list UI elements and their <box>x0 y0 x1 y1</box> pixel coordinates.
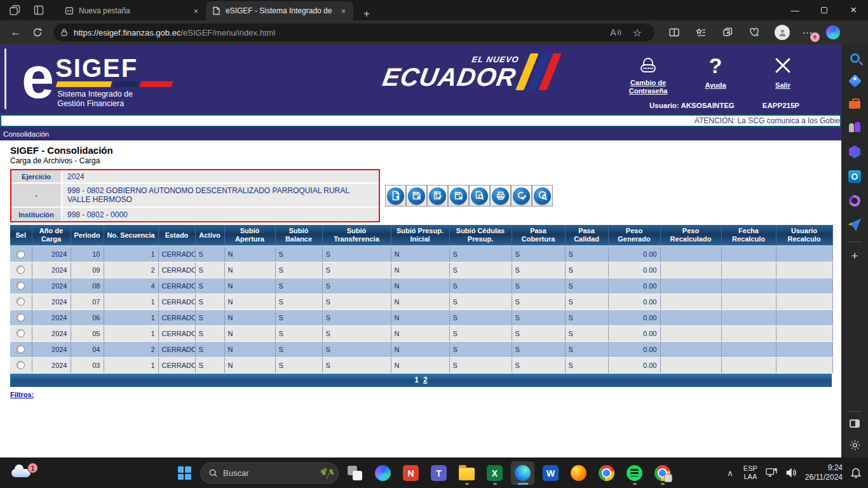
table-cell: S <box>322 357 391 373</box>
table-cell: S <box>565 262 608 278</box>
new-tab-button[interactable]: + <box>360 8 374 20</box>
minimize-button[interactable]: — <box>780 0 810 20</box>
read-aloud-icon[interactable]: A <box>605 23 627 42</box>
table-cell: N <box>391 325 449 341</box>
taskbar-firefox-icon[interactable] <box>567 461 590 485</box>
toolbox-icon[interactable] <box>849 101 860 109</box>
menu-item-consolidacion[interactable]: Consolidación <box>3 130 49 138</box>
taskbar-center: Buscar NTXW <box>173 461 674 485</box>
nuevo-ecuador-logo: EL NUEVO ECUADOR <box>384 53 554 90</box>
taskbar-word-icon[interactable]: W <box>539 461 562 485</box>
settings-gear-icon[interactable] <box>849 439 861 451</box>
network-icon[interactable] <box>765 467 778 478</box>
help-button[interactable]: ? Ayuda <box>691 52 740 96</box>
table-cell: CERRADO <box>158 341 195 357</box>
table-cell: S <box>512 294 565 309</box>
main-content: SIGEF - Consolidación Carga de Archivos … <box>0 140 841 458</box>
taskbar-copilot-icon[interactable] <box>371 461 395 485</box>
row-select-radio[interactable] <box>17 345 25 353</box>
delete-record-button[interactable] <box>448 185 469 207</box>
tab-close-icon[interactable]: × <box>338 6 348 16</box>
microsoft-365-icon[interactable] <box>848 146 861 158</box>
taskbar-chrome-icon[interactable] <box>595 461 618 485</box>
table-cell: S <box>449 309 512 325</box>
taskbar-search[interactable]: Buscar <box>200 463 339 484</box>
change-password-button[interactable]: Cambio deContraseña <box>624 52 672 96</box>
taskbar-teams-icon[interactable]: T <box>427 461 451 485</box>
table-cell <box>721 246 776 262</box>
favorites-list-icon[interactable] <box>690 23 712 42</box>
collections-icon[interactable] <box>717 23 738 42</box>
url-bar[interactable]: https://esigef.finanzas.gob.ec/eSIGEF/me… <box>53 24 654 41</box>
view-record-button[interactable] <box>469 185 490 207</box>
sidebar-panel-icon[interactable] <box>850 419 860 428</box>
search-highlight-plant-icon[interactable] <box>318 466 335 481</box>
outlook-icon[interactable] <box>848 170 861 183</box>
table-cell: 2024 <box>32 357 71 373</box>
tray-chevron-up-icon[interactable]: ∧ <box>724 468 736 478</box>
save-record-button[interactable] <box>406 185 427 207</box>
table-cell <box>660 294 721 309</box>
table-cell: 0.00 <box>608 341 660 357</box>
new-record-button[interactable] <box>385 185 406 207</box>
browser-essentials-icon[interactable] <box>743 23 765 42</box>
row-select-radio[interactable] <box>17 266 25 274</box>
taskbar-nitro-pdf-icon[interactable]: N <box>399 461 423 485</box>
approve-record-button[interactable] <box>511 185 532 207</box>
logo-sigef-text: SIGEF <box>55 56 172 80</box>
row-select-radio[interactable] <box>17 361 25 369</box>
validate-record-button[interactable] <box>427 185 448 207</box>
table-cell: 2024 <box>32 278 71 294</box>
language-indicator[interactable]: ESPLAA <box>743 464 757 481</box>
reload-records-button[interactable] <box>532 185 553 207</box>
table-cell: CERRADO <box>158 294 195 309</box>
start-button[interactable] <box>173 462 196 485</box>
taskbar-file-explorer-icon[interactable] <box>455 461 478 485</box>
volume-icon[interactable] <box>785 467 797 478</box>
taskbar-excel-icon[interactable]: X <box>483 461 506 485</box>
select-cell <box>10 309 32 325</box>
tab-esigef[interactable]: eSIGEF - Sistema Integrado de G × <box>206 1 353 20</box>
logout-button[interactable]: Salir <box>759 52 807 96</box>
tab-close-icon[interactable]: × <box>191 6 201 16</box>
print-record-button[interactable] <box>490 185 511 207</box>
taskbar-edge-icon[interactable] <box>511 461 534 485</box>
table-cell: S <box>449 278 512 294</box>
workspaces-icon[interactable] <box>9 4 20 16</box>
split-screen-icon[interactable] <box>663 23 685 42</box>
filters-link[interactable]: Filtros: <box>10 391 34 398</box>
back-button[interactable]: ← <box>5 23 27 42</box>
row-select-radio[interactable] <box>17 313 25 322</box>
close-window-button[interactable]: × <box>839 0 868 20</box>
taskbar-spotify-icon[interactable] <box>623 461 646 485</box>
search-icon[interactable] <box>850 53 860 63</box>
row-select-radio[interactable] <box>17 297 25 306</box>
notification-bell-icon[interactable] <box>850 467 862 479</box>
profile-avatar[interactable] <box>771 23 793 42</box>
clock[interactable]: 9:2426/11/2024 <box>805 463 843 482</box>
loop-icon[interactable] <box>847 193 862 208</box>
more-menu-icon[interactable]: ⋯ <box>797 23 818 42</box>
tray-time: 9:24 <box>828 463 843 472</box>
maximize-button[interactable] <box>810 0 839 20</box>
copilot-icon[interactable] <box>822 23 844 42</box>
page-link-2[interactable]: 2 <box>423 376 428 384</box>
games-icon[interactable] <box>848 121 861 133</box>
form-label-entidad: - <box>11 184 62 207</box>
shopping-icon[interactable] <box>848 74 861 88</box>
taskbar-chrome-profile-icon[interactable] <box>651 461 674 485</box>
refresh-button[interactable] <box>27 23 48 42</box>
row-select-radio[interactable] <box>17 250 25 259</box>
drop-icon[interactable] <box>848 219 861 231</box>
tab-nueva-pestana[interactable]: Nueva pestaña × <box>58 1 206 20</box>
favorite-star-icon[interactable]: ☆ <box>627 23 648 42</box>
weather-widget[interactable]: 1 <box>10 464 38 483</box>
tab-preview-icon[interactable] <box>33 4 44 16</box>
taskbar-task-view-icon[interactable] <box>343 461 367 485</box>
select-cell <box>10 357 32 373</box>
row-select-radio[interactable] <box>17 329 25 337</box>
table-cell: S <box>449 341 512 357</box>
row-select-radio[interactable] <box>17 281 25 290</box>
table-cell: 0.00 <box>608 325 660 341</box>
sidebar-add-icon[interactable]: + <box>851 250 858 262</box>
